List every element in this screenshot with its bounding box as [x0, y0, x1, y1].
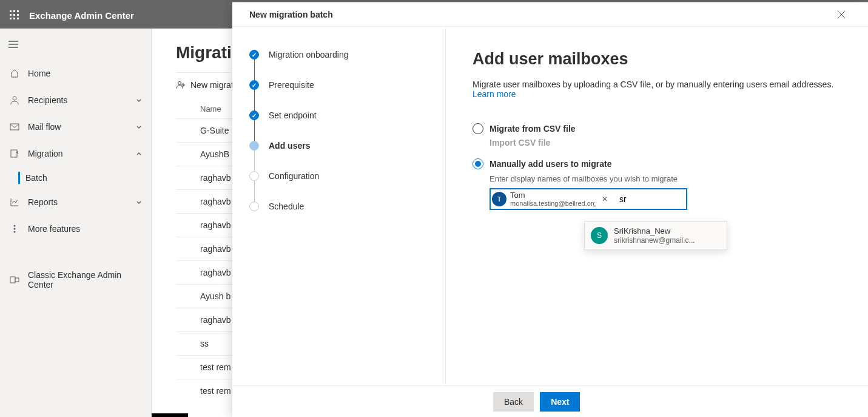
- svg-point-12: [13, 97, 16, 100]
- radio-icon: [473, 123, 483, 134]
- sidebar-item-classic[interactable]: Classic Exchange Admin Center: [0, 266, 151, 293]
- sidebar-item-label: Reports: [28, 197, 135, 207]
- suggestion-name: SriKrishna_New: [614, 226, 695, 236]
- sidebar-item-reports[interactable]: Reports: [0, 189, 151, 215]
- chevron-down-icon: [135, 97, 143, 104]
- bottom-stripe: [152, 413, 188, 417]
- svg-point-20: [178, 82, 181, 85]
- panel-description: Migrate user mailboxes by uploading a CS…: [473, 80, 841, 99]
- radio-label: Migrate from CSV file: [490, 124, 576, 134]
- svg-rect-18: [10, 277, 15, 283]
- next-button[interactable]: Next: [540, 392, 580, 412]
- radio-manual-add[interactable]: Manually add users to migrate: [473, 158, 841, 169]
- step-schedule: Schedule: [249, 202, 428, 211]
- panel-title: New migration batch: [249, 10, 333, 19]
- sidebar-item-recipients[interactable]: Recipients: [0, 87, 151, 114]
- sidebar: Home Recipients Mail flow Migration Batc…: [0, 29, 152, 417]
- sidebar-item-migration[interactable]: Migration: [0, 140, 151, 167]
- mailbox-search-input[interactable]: [616, 194, 685, 204]
- svg-rect-5: [17, 14, 19, 16]
- svg-rect-1: [13, 10, 15, 12]
- svg-point-16: [14, 228, 16, 230]
- radio-icon: [473, 158, 483, 169]
- radio-migrate-csv[interactable]: Migrate from CSV file: [473, 123, 841, 134]
- sidebar-item-label: Classic Exchange Admin Center: [28, 270, 143, 290]
- step-onboarding[interactable]: Migration onboarding: [249, 50, 428, 80]
- close-icon[interactable]: [832, 5, 851, 24]
- migration-panel: New migration batch Migration onboarding…: [232, 2, 868, 417]
- mail-icon: [8, 121, 21, 133]
- chip-name: Tom: [510, 191, 594, 200]
- chevron-down-icon: [135, 198, 143, 206]
- manual-hint: Enter display names of mailboxes you wis…: [490, 174, 841, 183]
- autocomplete-dropdown: S SriKrishna_New srikrishnanew@gmail.c..…: [584, 221, 727, 250]
- back-button[interactable]: Back: [493, 392, 534, 412]
- step-configuration: Configuration: [249, 171, 428, 202]
- sidebar-item-more-features[interactable]: More features: [0, 215, 151, 242]
- recipients-icon: [8, 94, 21, 106]
- avatar: T: [492, 192, 506, 206]
- suggestion-email: srikrishnanew@gmail.c...: [614, 236, 695, 245]
- sidebar-item-label: Batch: [25, 173, 47, 183]
- wizard-steps: Migration onboarding Prerequisite Set en…: [232, 27, 446, 385]
- autocomplete-item[interactable]: S SriKrishna_New srikrishnanew@gmail.c..…: [585, 222, 727, 249]
- svg-rect-14: [11, 150, 17, 157]
- sidebar-item-batch[interactable]: Batch: [0, 167, 151, 189]
- sidebar-item-label: Migration: [28, 149, 135, 158]
- home-icon: [8, 67, 21, 80]
- svg-rect-8: [17, 18, 19, 19]
- sidebar-item-mailflow[interactable]: Mail flow: [0, 114, 151, 140]
- step-add-users[interactable]: Add users: [249, 141, 428, 171]
- svg-rect-4: [13, 14, 15, 16]
- chevron-down-icon: [135, 123, 143, 131]
- chip-email: monalisa.testing@bellred.org: [510, 200, 594, 207]
- sidebar-item-label: Recipients: [28, 95, 135, 105]
- svg-rect-6: [10, 18, 12, 19]
- import-csv-button: Import CSV file: [490, 138, 841, 147]
- svg-rect-3: [10, 14, 12, 16]
- more-icon: [8, 223, 21, 235]
- column-name: Name: [200, 104, 221, 114]
- remove-chip-icon[interactable]: ✕: [599, 193, 611, 205]
- svg-point-15: [14, 225, 16, 227]
- svg-rect-2: [17, 10, 19, 12]
- sidebar-item-label: Mail flow: [28, 122, 135, 132]
- selected-user-chip: T Tom monalisa.testing@bellred.org ✕: [492, 191, 613, 208]
- chevron-up-icon: [135, 150, 143, 157]
- panel-heading: Add user mailboxes: [473, 50, 841, 69]
- step-prerequisite[interactable]: Prerequisite: [249, 80, 428, 110]
- svg-rect-13: [10, 124, 19, 130]
- sidebar-item-label: More features: [28, 224, 143, 234]
- app-title: Exchange Admin Center: [29, 10, 134, 21]
- step-set-endpoint[interactable]: Set endpoint: [249, 110, 428, 141]
- svg-rect-7: [13, 18, 15, 19]
- reports-icon: [8, 196, 21, 208]
- sidebar-item-label: Home: [28, 69, 143, 78]
- learn-more-link[interactable]: Learn more: [473, 89, 516, 99]
- avatar: S: [591, 227, 608, 244]
- hamburger-icon[interactable]: [0, 31, 27, 58]
- sidebar-item-home[interactable]: Home: [0, 60, 151, 87]
- svg-rect-19: [15, 278, 19, 282]
- svg-point-17: [14, 231, 16, 233]
- classic-icon: [8, 274, 21, 286]
- svg-rect-0: [10, 10, 12, 12]
- toolbar-label: New migrat: [190, 80, 234, 90]
- mailbox-picker[interactable]: T Tom monalisa.testing@bellred.org ✕: [490, 188, 687, 210]
- app-launcher-icon[interactable]: [5, 5, 24, 25]
- migration-icon: [8, 147, 21, 160]
- radio-label: Manually add users to migrate: [490, 159, 612, 169]
